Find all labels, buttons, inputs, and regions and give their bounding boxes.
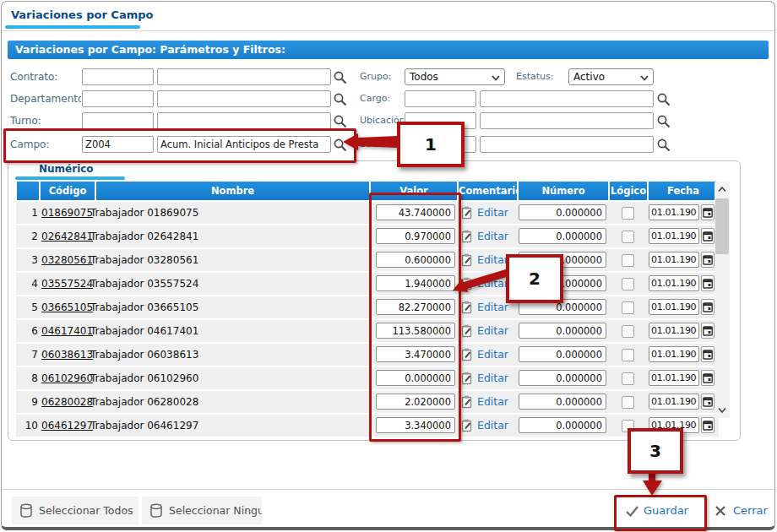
- editar-link[interactable]: Editar: [477, 249, 508, 271]
- estatus-select[interactable]: Activo: [568, 68, 654, 85]
- ubicacion-name-input[interactable]: [480, 112, 654, 129]
- worker-code-link[interactable]: 03665105: [41, 301, 93, 313]
- fecha-input[interactable]: [649, 323, 699, 339]
- valor-input[interactable]: [376, 346, 455, 362]
- header-valor[interactable]: Valor: [371, 182, 457, 200]
- worker-code-link[interactable]: 06461297: [41, 420, 93, 432]
- grupo-select[interactable]: Todos: [405, 68, 505, 85]
- fecha-input[interactable]: [649, 204, 699, 220]
- calendar-icon[interactable]: [701, 252, 715, 268]
- campo-code-input[interactable]: [82, 136, 154, 153]
- departamento-search-icon[interactable]: [333, 92, 348, 107]
- valor-input[interactable]: [376, 204, 455, 220]
- worker-code-link[interactable]: 01869075: [41, 207, 93, 219]
- editar-link[interactable]: Editar: [477, 367, 508, 389]
- vertical-scrollbar[interactable]: [715, 182, 730, 418]
- numero-input[interactable]: [519, 394, 606, 410]
- fecha-input[interactable]: [649, 252, 699, 268]
- worker-code-link[interactable]: 03280561: [41, 254, 93, 266]
- editar-link[interactable]: Editar: [477, 320, 508, 342]
- calendar-icon[interactable]: [701, 275, 715, 291]
- numero-input[interactable]: [519, 204, 606, 220]
- logico-checkbox[interactable]: [622, 254, 634, 267]
- tab-numerico[interactable]: Numérico: [39, 163, 94, 175]
- fecha-input[interactable]: [649, 417, 699, 433]
- worker-code-link[interactable]: 06102960: [41, 372, 93, 384]
- worker-code-link[interactable]: 06280028: [41, 396, 93, 408]
- fecha-input[interactable]: [649, 299, 699, 315]
- header-fecha[interactable]: Fecha: [649, 182, 718, 200]
- logico-checkbox[interactable]: [622, 349, 634, 361]
- turno-code-input[interactable]: [82, 112, 154, 129]
- header-nombre[interactable]: Nombre: [96, 182, 369, 200]
- valor-input[interactable]: [376, 228, 455, 244]
- calendar-icon[interactable]: [701, 204, 715, 220]
- fecha-input[interactable]: [649, 228, 699, 244]
- sucursal-search-icon[interactable]: [656, 138, 671, 153]
- tab-variaciones-por-campo[interactable]: Variaciones por Campo: [11, 8, 153, 21]
- scroll-up-button[interactable]: [715, 182, 730, 197]
- numero-input[interactable]: [519, 346, 606, 362]
- editar-link[interactable]: Editar: [477, 344, 508, 366]
- scrollbar-thumb[interactable]: [715, 198, 729, 254]
- turno-name-input[interactable]: [157, 112, 331, 129]
- numero-input[interactable]: [519, 417, 606, 433]
- scroll-down-button[interactable]: [715, 403, 730, 418]
- turno-search-icon[interactable]: [333, 114, 348, 129]
- editar-link[interactable]: Editar: [477, 296, 508, 318]
- numero-input[interactable]: [519, 299, 606, 315]
- campo-name-input[interactable]: [157, 136, 331, 153]
- editar-link[interactable]: Editar: [477, 391, 508, 413]
- valor-input[interactable]: [376, 417, 455, 433]
- close-button[interactable]: Cerrar: [715, 500, 768, 522]
- calendar-icon[interactable]: [701, 323, 715, 339]
- worker-code-link[interactable]: 03557524: [41, 278, 93, 290]
- select-none-button[interactable]: Seleccionar Ninguno: [142, 497, 262, 524]
- logico-checkbox[interactable]: [622, 325, 634, 338]
- editar-link[interactable]: Editar: [477, 202, 508, 224]
- fecha-input[interactable]: [649, 346, 699, 362]
- contrato-search-icon[interactable]: [333, 70, 348, 85]
- logico-checkbox[interactable]: [622, 420, 634, 432]
- worker-code-link[interactable]: 04617401: [41, 325, 93, 337]
- calendar-icon[interactable]: [701, 370, 715, 386]
- valor-input[interactable]: [376, 394, 455, 410]
- fecha-input[interactable]: [649, 370, 699, 386]
- cargo-code-input[interactable]: [405, 90, 476, 107]
- sucursal-name-input[interactable]: [480, 136, 654, 153]
- calendar-icon[interactable]: [701, 299, 715, 315]
- valor-input[interactable]: [376, 275, 455, 291]
- header-codigo[interactable]: Código: [41, 182, 95, 200]
- logico-checkbox[interactable]: [622, 278, 634, 290]
- header-logico[interactable]: Lógico: [610, 182, 647, 200]
- valor-input[interactable]: [376, 323, 455, 339]
- contrato-code-input[interactable]: [82, 68, 154, 85]
- header-comentario[interactable]: Comentario: [459, 182, 517, 200]
- departamento-name-input[interactable]: [157, 90, 331, 107]
- logico-checkbox[interactable]: [622, 396, 634, 409]
- contrato-name-input[interactable]: [157, 68, 331, 85]
- logico-checkbox[interactable]: [622, 231, 634, 243]
- logico-checkbox[interactable]: [622, 301, 634, 314]
- calendar-icon[interactable]: [701, 346, 715, 362]
- ubicacion-code-input[interactable]: [405, 112, 476, 129]
- header-numero[interactable]: Número: [519, 182, 608, 200]
- valor-input[interactable]: [376, 252, 455, 268]
- numero-input[interactable]: [519, 252, 606, 268]
- editar-link[interactable]: Editar: [477, 273, 508, 295]
- numero-input[interactable]: [519, 275, 606, 291]
- cargo-name-input[interactable]: [480, 90, 654, 107]
- worker-code-link[interactable]: 06038613: [41, 349, 93, 361]
- sucursal-code-input[interactable]: [405, 136, 476, 153]
- numero-input[interactable]: [519, 323, 606, 339]
- numero-input[interactable]: [519, 370, 606, 386]
- valor-input[interactable]: [376, 299, 455, 315]
- fecha-input[interactable]: [649, 275, 699, 291]
- select-all-button[interactable]: Seleccionar Todos: [12, 497, 139, 524]
- logico-checkbox[interactable]: [622, 372, 634, 385]
- ubicacion-search-icon[interactable]: [656, 114, 671, 129]
- worker-code-link[interactable]: 02642841: [41, 231, 93, 242]
- editar-link[interactable]: Editar: [477, 415, 508, 437]
- campo-search-icon[interactable]: [333, 138, 348, 153]
- save-button[interactable]: Guardar: [625, 500, 688, 522]
